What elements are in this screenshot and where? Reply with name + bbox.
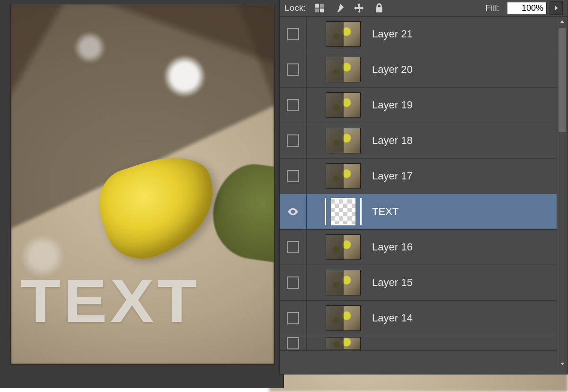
layer-visibility-toggle[interactable] xyxy=(280,301,307,336)
layer-visibility-toggle[interactable] xyxy=(280,265,307,300)
layer-visibility-toggle[interactable] xyxy=(280,123,307,158)
svg-rect-0 xyxy=(315,4,319,8)
layer-row[interactable]: Layer 15 xyxy=(280,265,568,301)
layer-visibility-toggle[interactable] xyxy=(280,194,307,229)
layer-thumbnail[interactable] xyxy=(326,234,361,260)
layer-visibility-toggle[interactable] xyxy=(280,17,307,52)
layer-name[interactable]: Layer 14 xyxy=(372,312,413,324)
eye-icon xyxy=(287,205,299,218)
lock-label: Lock: xyxy=(284,3,306,13)
layers-lock-bar: Lock: Fill: 100% xyxy=(280,0,568,17)
visibility-empty-box xyxy=(287,63,299,76)
svg-rect-2 xyxy=(315,9,319,12)
layer-visibility-toggle[interactable] xyxy=(280,336,307,350)
layer-visibility-toggle[interactable] xyxy=(280,88,307,123)
layer-name[interactable]: TEXT xyxy=(372,205,399,218)
fill-field[interactable]: 100% xyxy=(507,1,563,15)
layer-row[interactable]: Layer 21 xyxy=(280,17,568,52)
fill-stepper[interactable] xyxy=(550,1,563,15)
layer-visibility-toggle[interactable] xyxy=(280,52,307,87)
layer-name[interactable]: Layer 21 xyxy=(372,28,413,40)
layer-row[interactable]: Layer 16 xyxy=(280,230,568,265)
layer-row[interactable]: Layer 20 xyxy=(280,52,568,88)
scroll-down-button[interactable] xyxy=(557,358,568,369)
visibility-empty-box xyxy=(287,241,299,253)
lock-brush-icon[interactable] xyxy=(333,2,346,14)
layer-thumbnail[interactable] xyxy=(326,305,361,331)
visibility-empty-box xyxy=(287,134,299,147)
document-canvas[interactable]: TEXT xyxy=(10,4,275,365)
layer-name[interactable]: Layer 17 xyxy=(372,170,413,182)
layers-panel: Lock: Fill: 100% Layer 21La xyxy=(279,0,568,374)
layer-row[interactable]: Layer 17 xyxy=(280,159,568,194)
canvas-text-value: TEXT xyxy=(20,266,200,336)
layers-list: Layer 21Layer 20Layer 19Layer 18Layer 17… xyxy=(280,17,568,369)
layer-name[interactable]: Layer 18 xyxy=(372,134,413,147)
fill-label: Fill: xyxy=(485,3,499,13)
layer-row[interactable]: Layer 18 xyxy=(280,123,568,159)
layers-scrollbar[interactable] xyxy=(557,17,568,369)
layer-row[interactable]: Layer 19 xyxy=(280,88,568,123)
layer-thumbnail[interactable] xyxy=(326,92,361,118)
app-stage: TEXT Lock: Fill: 100% xyxy=(0,0,568,392)
layer-name[interactable]: Layer 15 xyxy=(372,276,413,289)
layer-name[interactable]: Layer 19 xyxy=(372,99,413,111)
visibility-empty-box xyxy=(287,99,299,111)
layer-thumbnail[interactable] xyxy=(326,128,361,153)
layer-name[interactable]: Layer 20 xyxy=(372,63,413,76)
canvas-text-layer: TEXT xyxy=(20,266,274,336)
visibility-empty-box xyxy=(287,337,299,349)
lock-transparency-icon[interactable] xyxy=(313,2,326,14)
svg-rect-1 xyxy=(320,4,324,8)
layer-thumbnail[interactable] xyxy=(326,270,361,295)
layer-thumbnail[interactable] xyxy=(326,163,361,189)
app-frame: TEXT xyxy=(0,0,284,388)
lock-all-icon[interactable] xyxy=(373,2,385,14)
layer-name[interactable]: Layer 16 xyxy=(372,241,413,253)
chevron-right-icon xyxy=(553,5,559,11)
layer-thumbnail[interactable] xyxy=(326,199,361,224)
visibility-empty-box xyxy=(287,312,299,324)
scroll-thumb[interactable] xyxy=(559,28,566,132)
layer-thumbnail[interactable] xyxy=(326,21,361,47)
layer-row[interactable] xyxy=(280,336,568,351)
visibility-empty-box xyxy=(287,28,299,40)
visibility-empty-box xyxy=(287,170,299,182)
lock-move-icon[interactable] xyxy=(353,2,365,14)
layer-row[interactable]: TEXT xyxy=(280,194,568,230)
layer-thumbnail[interactable] xyxy=(326,337,361,349)
svg-rect-3 xyxy=(320,9,324,12)
visibility-empty-box xyxy=(287,276,299,289)
layer-thumbnail[interactable] xyxy=(326,57,361,82)
scroll-up-button[interactable] xyxy=(557,17,568,27)
layer-visibility-toggle[interactable] xyxy=(280,159,307,194)
fill-value[interactable]: 100% xyxy=(507,2,547,14)
layer-visibility-toggle[interactable] xyxy=(280,230,307,265)
layer-row[interactable]: Layer 14 xyxy=(280,301,568,336)
